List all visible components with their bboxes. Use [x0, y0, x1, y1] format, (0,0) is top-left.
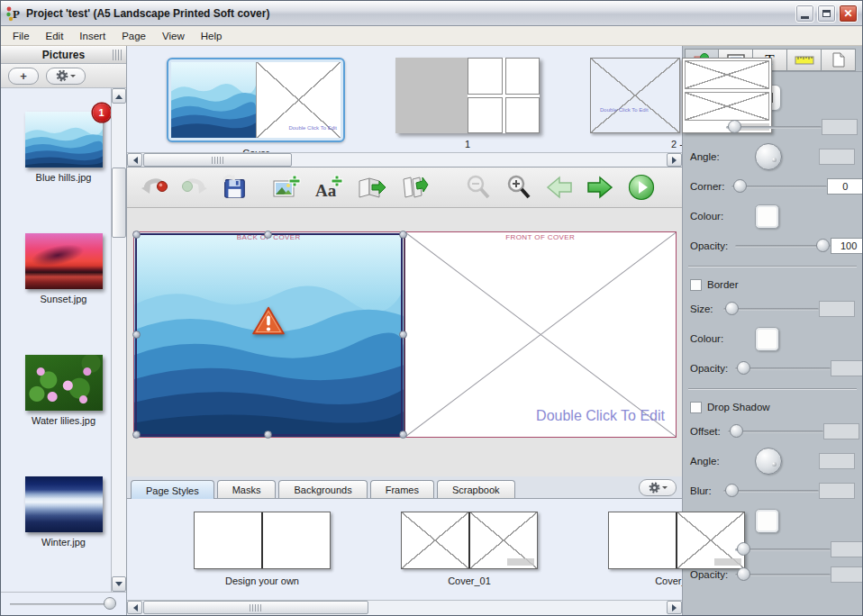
tab-page-properties[interactable] [822, 49, 856, 71]
menu-view[interactable]: View [154, 28, 193, 44]
tab-page-styles[interactable]: Page Styles [131, 480, 214, 499]
menu-insert[interactable]: Insert [71, 28, 114, 44]
panel-grip-icon[interactable] [113, 50, 123, 60]
list-item-blue-hills[interactable]: 1 Blue hills.jpg [1, 112, 126, 183]
fill-colour-swatch[interactable] [755, 204, 779, 229]
tab-size-position[interactable] [787, 49, 822, 71]
gear-icon [56, 69, 68, 82]
zoom-out-button[interactable] [464, 172, 493, 203]
opacity-slider[interactable] [735, 239, 831, 253]
resize-handle-top-right[interactable] [399, 231, 407, 239]
template-design-your-own[interactable]: Design your own [194, 512, 331, 600]
menu-page[interactable]: Page [114, 28, 154, 44]
page-label: 1 [465, 139, 470, 149]
picture-filename: Water lilies.jpg [32, 415, 95, 426]
redo-button[interactable] [180, 172, 209, 203]
add-picture-button[interactable] [271, 172, 302, 203]
resize-handle-mid-left[interactable] [132, 331, 141, 339]
pages-scrollbar[interactable] [127, 152, 682, 168]
scroll-right-button[interactable] [667, 601, 682, 614]
add-text-button[interactable]: Aa [313, 172, 344, 203]
copy-pages-button[interactable] [398, 172, 429, 203]
undo-button[interactable] [140, 172, 168, 203]
arrow-left-icon [130, 604, 138, 611]
preview-button[interactable] [626, 172, 657, 203]
svg-text:Aa: Aa [315, 181, 337, 200]
scrollbar-thumb[interactable] [143, 153, 292, 167]
pictures-panel-header: Pictures [1, 46, 126, 64]
border-size-slider[interactable] [723, 302, 819, 316]
template-cover-01[interactable]: Cover_01 [401, 512, 538, 600]
sides-slider[interactable] [726, 120, 822, 134]
maximize-button[interactable] [817, 5, 836, 23]
shadow-offset-slider[interactable] [728, 424, 823, 439]
save-button[interactable] [221, 172, 248, 203]
page-thumb-cover[interactable]: Double Click To Edit Cover [167, 58, 345, 159]
tab-masks[interactable]: Masks [217, 480, 277, 498]
front-cover-page[interactable]: FRONT OF COVER Double Click To Edit [405, 232, 677, 437]
pictures-options-button[interactable] [46, 68, 86, 85]
tab-backgrounds[interactable]: Backgrounds [278, 480, 367, 498]
resize-handle-bottom-left[interactable] [132, 430, 141, 439]
corner-label: Corner: [690, 181, 724, 192]
slider-knob[interactable] [104, 597, 116, 610]
resize-handle-bottom-right[interactable] [399, 430, 407, 439]
page-icon [832, 52, 845, 68]
shadow-blur-slider[interactable] [723, 484, 819, 498]
gear-icon [649, 482, 660, 494]
menu-help[interactable]: Help [193, 28, 231, 44]
tab-scrapbook[interactable]: Scrapbook [437, 480, 515, 498]
thumbnail-size-slider[interactable] [1, 592, 126, 615]
minimize-button[interactable] [795, 5, 814, 23]
shadow-colour-swatch[interactable] [755, 509, 779, 533]
menu-edit[interactable]: Edit [38, 28, 72, 44]
corner-slider[interactable] [731, 179, 827, 194]
angle-dial[interactable] [755, 143, 782, 170]
border-colour-swatch[interactable] [755, 327, 779, 351]
opacity-label: Opacity: [690, 569, 728, 580]
scrollbar-thumb[interactable] [112, 168, 126, 238]
templates-scrollbar[interactable] [127, 600, 682, 615]
list-item-water-lilies[interactable]: Water lilies.jpg [1, 355, 126, 426]
corner-value[interactable]: 0 [827, 178, 863, 195]
page-thumb-1[interactable]: 1 [395, 58, 540, 149]
menu-file[interactable]: File [5, 28, 38, 44]
border-opacity-slider[interactable] [735, 361, 831, 376]
border-opacity-value [831, 360, 863, 376]
next-page-button[interactable] [586, 172, 614, 203]
scroll-right-button[interactable] [667, 153, 682, 167]
cover-back-mini [171, 62, 256, 138]
shadow-opacity-slider[interactable] [735, 567, 831, 582]
pictures-scrollbar[interactable] [111, 88, 126, 592]
insert-pages-button[interactable] [356, 172, 386, 203]
list-item-sunset[interactable]: Sunset.jpg [1, 233, 126, 304]
resize-handle-top-left[interactable] [132, 231, 141, 239]
scroll-down-button[interactable] [112, 576, 126, 592]
scroll-left-button[interactable] [127, 601, 142, 614]
section-divider [688, 266, 857, 267]
drop-shadow-checkbox[interactable] [690, 402, 702, 413]
opacity-row: Opacity: 100 [683, 232, 862, 259]
app-window: P Project 'test' (A5 Landscape Printed S… [0, 0, 863, 616]
shadow-opacity-value [831, 566, 863, 583]
list-item-winter[interactable]: Winter.jpg [1, 476, 126, 548]
winter-thumbnail [25, 476, 103, 532]
scroll-left-button[interactable] [127, 153, 142, 167]
shadow-expand-slider[interactable] [735, 542, 831, 557]
corner-row: Corner: 0 [683, 173, 862, 200]
preview-icon [626, 172, 657, 203]
close-button[interactable]: ✕ [839, 5, 858, 23]
border-checkbox[interactable] [690, 279, 702, 291]
add-picture-button[interactable]: + [8, 68, 39, 85]
resize-handle-bottom-center[interactable] [264, 430, 272, 439]
scrollbar-thumb[interactable] [143, 601, 368, 614]
shadow-angle-dial[interactable] [755, 448, 782, 475]
styles-options-button[interactable] [639, 479, 677, 496]
back-cover-page[interactable]: BACK OF COVER [134, 232, 405, 437]
opacity-value[interactable]: 100 [831, 238, 863, 254]
resize-handle-mid-right[interactable] [399, 331, 407, 339]
previous-page-button[interactable] [545, 172, 574, 203]
tab-frames[interactable]: Frames [370, 480, 434, 498]
scroll-up-button[interactable] [112, 88, 126, 104]
zoom-in-button[interactable] [504, 172, 533, 203]
